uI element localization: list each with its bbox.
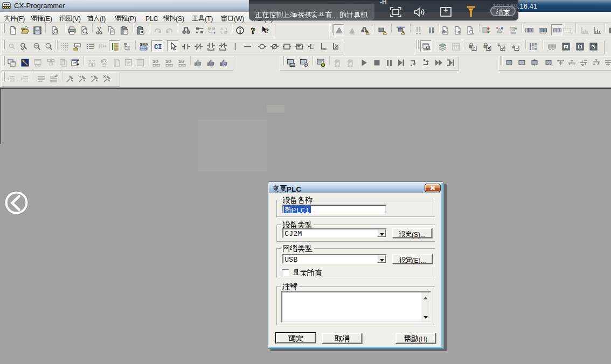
svg-text:16: 16 (178, 58, 184, 64)
svg-text:?: ? (266, 27, 269, 34)
svg-text:A: A (220, 26, 224, 31)
svg-text:z: z (473, 46, 475, 50)
svg-text:w: w (75, 44, 79, 47)
svg-text:10: 10 (165, 58, 171, 64)
svg-text:10: 10 (152, 58, 158, 64)
svg-text:CI: CI (154, 44, 162, 51)
svg-text:z: z (565, 45, 567, 50)
svg-text:002: 002 (138, 63, 143, 66)
svg-text:?: ? (251, 26, 256, 35)
svg-text:H: H (99, 44, 102, 50)
svg-text:SMA: SMA (140, 43, 149, 46)
